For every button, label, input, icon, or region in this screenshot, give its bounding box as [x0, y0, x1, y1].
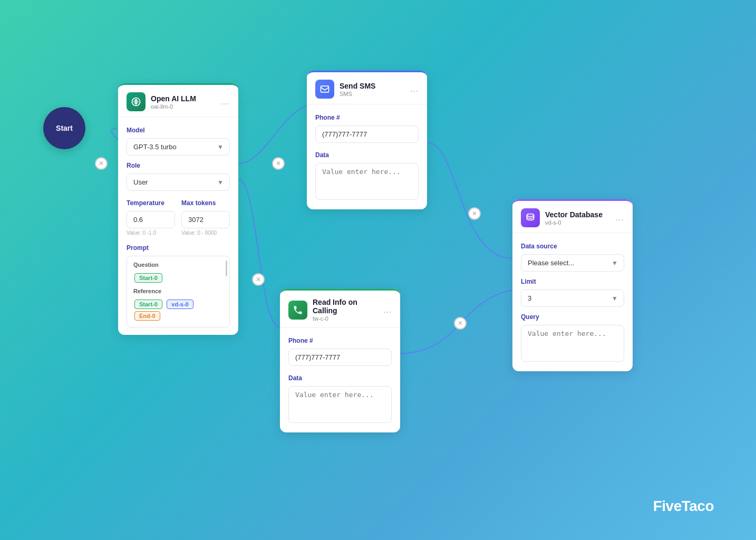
sms-body: Phone # Data [307, 104, 427, 209]
svg-point-8 [454, 317, 466, 329]
end-0-tag: End-0 [134, 311, 160, 321]
role-select[interactable]: User [127, 173, 230, 191]
vector-db-node: Vector Database vd-s-0 ... Data source P… [512, 199, 633, 371]
svg-rect-11 [321, 86, 329, 92]
query-label: Query [521, 313, 624, 321]
start-0-ref-tag: Start-0 [134, 300, 162, 309]
sms-phone-input[interactable] [315, 126, 419, 143]
max-tokens-hint: Value: 0 - 8000 [181, 230, 230, 236]
read-phone-label: Phone # [288, 337, 392, 344]
sms-menu[interactable]: ... [410, 84, 419, 94]
svg-point-12 [527, 214, 534, 217]
sms-data-input[interactable] [315, 163, 419, 200]
read-title: Read Info on Calling [313, 298, 378, 315]
openai-menu[interactable]: ... [221, 97, 230, 107]
openai-icon [127, 92, 146, 111]
vd-s-0-tag: vd-s-0 [167, 300, 193, 309]
svg-point-4 [253, 274, 264, 285]
sms-icon [315, 80, 334, 99]
max-tokens-input[interactable] [181, 211, 230, 228]
sms-title-area: Send SMS SMS [340, 82, 405, 97]
read-header: Read Info on Calling tw-c-0 ... [280, 289, 400, 327]
temperature-input[interactable] [127, 211, 175, 228]
read-body: Phone # Data [280, 327, 400, 432]
openai-subtitle: oai-llm-0 [151, 103, 216, 110]
read-title-area: Read Info on Calling tw-c-0 [313, 298, 378, 322]
svg-text:✕: ✕ [99, 160, 104, 167]
limit-select[interactable]: 3 [521, 290, 624, 307]
start-label: Start [56, 124, 73, 132]
data-source-label: Data source [521, 243, 624, 250]
fivetaco-brand: FiveTaco [653, 498, 714, 515]
limit-label: Limit [521, 278, 624, 285]
openai-title: Open AI LLM [151, 94, 216, 103]
model-select-wrapper: GPT-3.5 turbo ▼ [127, 138, 230, 156]
max-tokens-label: Max tokens [181, 199, 230, 207]
model-label: Model [127, 127, 230, 134]
limit-select-wrapper: 3 ▼ [521, 290, 624, 307]
send-sms-node: Send SMS SMS ... Phone # Data [307, 71, 427, 209]
role-label: Role [127, 162, 230, 169]
query-input[interactable] [521, 325, 624, 362]
vdb-title-area: Vector Database vd-s-0 [545, 210, 610, 226]
vdb-menu[interactable]: ... [616, 213, 624, 223]
temp-tokens-row: Temperature Value: 0 -1.0 Max tokens Val… [127, 197, 230, 242]
svg-text:✕: ✕ [472, 210, 477, 217]
svg-point-2 [273, 158, 284, 169]
read-menu[interactable]: ... [383, 305, 392, 315]
temperature-label: Temperature [127, 199, 175, 207]
read-info-node: Read Info on Calling tw-c-0 ... Phone # … [280, 289, 400, 432]
scrollbar [226, 261, 227, 276]
sms-header: Send SMS SMS ... [307, 71, 427, 104]
openai-header: Open AI LLM oai-llm-0 ... [118, 83, 238, 117]
max-tokens-field: Max tokens Value: 0 - 8000 [181, 197, 230, 242]
temperature-field: Temperature Value: 0 -1.0 [127, 197, 175, 242]
read-phone-input[interactable] [288, 349, 392, 366]
openai-title-area: Open AI LLM oai-llm-0 [151, 94, 216, 110]
vdb-subtitle: vd-s-0 [545, 219, 610, 226]
start-0-tag: Start-0 [134, 273, 162, 283]
sms-title: Send SMS [340, 82, 405, 90]
data-source-select-wrapper: Please select... ▼ [521, 254, 624, 272]
vdb-header: Vector Database vd-s-0 ... [512, 199, 633, 233]
question-title: Question [133, 262, 223, 268]
openai-body: Model GPT-3.5 turbo ▼ Role User ▼ Temper… [118, 117, 238, 335]
read-subtitle: tw-c-0 [313, 315, 378, 322]
data-source-select[interactable]: Please select... [521, 254, 624, 272]
svg-text:✕: ✕ [256, 276, 261, 283]
read-icon [288, 301, 307, 320]
svg-point-6 [469, 208, 480, 219]
vdb-title: Vector Database [545, 210, 610, 219]
reference-title: Reference [133, 288, 223, 294]
sms-subtitle: SMS [340, 91, 405, 97]
vdb-icon [521, 208, 540, 227]
sms-phone-label: Phone # [315, 114, 419, 121]
svg-point-0 [95, 158, 107, 169]
svg-text:✕: ✕ [276, 160, 281, 167]
role-select-wrapper: User ▼ [127, 173, 230, 191]
prompt-box: Question Start-0 Reference Start-0 vd-s-… [127, 256, 230, 327]
start-node[interactable]: Start [43, 107, 85, 149]
temperature-hint: Value: 0 -1.0 [127, 230, 175, 236]
prompt-section-label: Prompt [127, 244, 230, 252]
read-data-label: Data [288, 374, 392, 382]
sms-data-label: Data [315, 151, 419, 159]
svg-text:✕: ✕ [458, 320, 463, 327]
model-select[interactable]: GPT-3.5 turbo [127, 138, 230, 156]
vdb-body: Data source Please select... ▼ Limit 3 ▼… [512, 233, 633, 371]
openai-llm-node: Open AI LLM oai-llm-0 ... Model GPT-3.5 … [118, 83, 238, 335]
read-data-input[interactable] [288, 386, 392, 423]
